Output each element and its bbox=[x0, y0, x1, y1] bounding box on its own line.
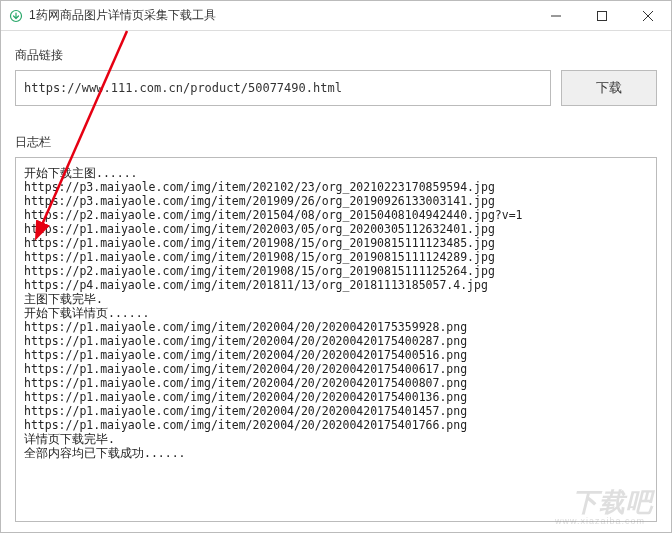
close-button[interactable] bbox=[625, 1, 671, 30]
log-output[interactable]: 开始下载主图...... https://p3.maiyaole.com/img… bbox=[15, 157, 657, 522]
url-row: 下载 bbox=[15, 70, 657, 106]
maximize-button[interactable] bbox=[579, 1, 625, 30]
url-section: 商品链接 下载 bbox=[15, 47, 657, 106]
download-button[interactable]: 下载 bbox=[561, 70, 657, 106]
svg-rect-2 bbox=[598, 11, 607, 20]
title-left: 1药网商品图片详情页采集下载工具 bbox=[9, 7, 216, 24]
url-label: 商品链接 bbox=[15, 47, 657, 64]
app-window: 1药网商品图片详情页采集下载工具 商品链接 bbox=[0, 0, 672, 533]
content-area: 商品链接 下载 日志栏 开始下载主图...... https://p3.maiy… bbox=[1, 31, 671, 532]
app-icon bbox=[9, 9, 23, 23]
window-controls bbox=[533, 1, 671, 30]
window-title: 1药网商品图片详情页采集下载工具 bbox=[29, 7, 216, 24]
log-text: 开始下载主图...... https://p3.maiyaole.com/img… bbox=[24, 166, 650, 460]
url-input[interactable] bbox=[15, 70, 551, 106]
titlebar: 1药网商品图片详情页采集下载工具 bbox=[1, 1, 671, 31]
log-section: 日志栏 开始下载主图...... https://p3.maiyaole.com… bbox=[15, 134, 657, 522]
log-label: 日志栏 bbox=[15, 134, 657, 151]
minimize-button[interactable] bbox=[533, 1, 579, 30]
